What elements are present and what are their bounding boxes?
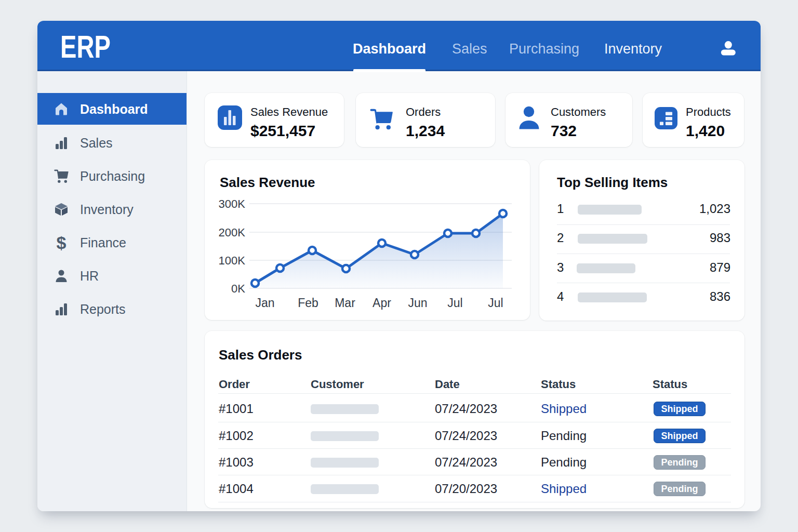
svg-text:300K: 300K — [219, 197, 246, 210]
svg-text:Jul: Jul — [447, 296, 462, 310]
svg-text:100K: 100K — [219, 254, 246, 267]
svg-text:Mar: Mar — [335, 296, 355, 310]
svg-text:Apr: Apr — [373, 296, 391, 310]
svg-text:Jan: Jan — [255, 296, 274, 310]
svg-text:Feb: Feb — [298, 296, 318, 310]
svg-text:0K: 0K — [231, 282, 245, 295]
svg-text:200K: 200K — [219, 226, 246, 239]
svg-text:Jun: Jun — [408, 296, 427, 310]
svg-text:Jul: Jul — [488, 296, 503, 310]
